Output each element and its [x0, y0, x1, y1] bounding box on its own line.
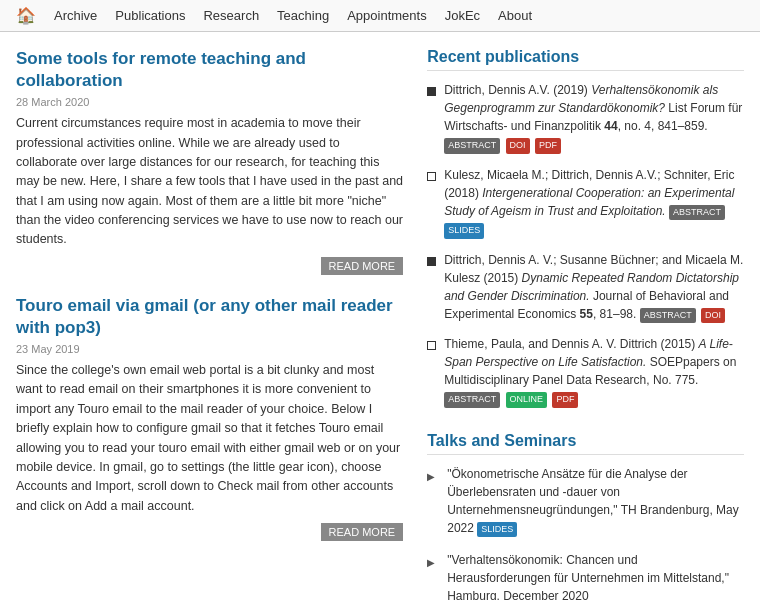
badge-doi-1[interactable]: DOI [506, 138, 530, 154]
talks-section: Talks and Seminars "Ökonometrische Ansät… [427, 432, 744, 601]
pub-4-text: Thieme, Paula, and Dennis A. V. Dittrich… [444, 335, 744, 408]
pub-3: Dittrich, Dennis A. V.; Susanne Büchner;… [427, 251, 744, 324]
recent-publications-section: Recent publications Dittrich, Dennis A.V… [427, 48, 744, 408]
talks-title: Talks and Seminars [427, 432, 744, 455]
pub-3-icon [427, 253, 436, 324]
pub-4: Thieme, Paula, and Dennis A. V. Dittrich… [427, 335, 744, 408]
pub-2-icon [427, 168, 436, 239]
post-1: Some tools for remote teaching and colla… [16, 48, 403, 273]
badge-pdf-4[interactable]: PDF [552, 392, 578, 408]
right-column: Recent publications Dittrich, Dennis A.V… [427, 48, 744, 600]
pub-1-icon [427, 83, 436, 154]
nav-teaching[interactable]: Teaching [277, 8, 329, 23]
nav-jokec[interactable]: JokEc [445, 8, 480, 23]
pub-1-text: Dittrich, Dennis A.V. (2019) Verhaltensö… [444, 81, 744, 154]
post-1-date: 28 March 2020 [16, 96, 403, 108]
nav-about[interactable]: About [498, 8, 532, 23]
pub-1: Dittrich, Dennis A.V. (2019) Verhaltensö… [427, 81, 744, 154]
post-1-read-more[interactable]: READ MORE [321, 257, 404, 275]
post-2: Touro email via gmail (or any other mail… [16, 295, 403, 539]
badge-online-4[interactable]: ONLINE [506, 392, 548, 408]
nav-research[interactable]: Research [203, 8, 259, 23]
post-2-title: Touro email via gmail (or any other mail… [16, 295, 403, 339]
talk-2-icon [427, 553, 439, 600]
talk-1: "Ökonometrische Ansätze für die Analyse … [427, 465, 744, 538]
nav-home-link[interactable]: 🏠 [16, 6, 36, 25]
pub-2-text: Kulesz, Micaela M.; Dittrich, Dennis A.V… [444, 166, 744, 239]
post-2-body: Since the college's own email web portal… [16, 361, 403, 516]
talk-2: "Verhaltensökonomik: Chancen und Herausf… [427, 551, 744, 600]
badge-abstract-2[interactable]: ABSTRACT [669, 205, 725, 221]
badge-abstract-3[interactable]: ABSTRACT [640, 308, 696, 324]
talk-1-text: "Ökonometrische Ansätze für die Analyse … [447, 465, 744, 538]
badge-slides-2[interactable]: SLIDES [444, 223, 484, 239]
nav-archive[interactable]: Archive [54, 8, 97, 23]
badge-abstract-4[interactable]: ABSTRACT [444, 392, 500, 408]
posts-column: Some tools for remote teaching and colla… [16, 48, 403, 600]
talk-2-text: "Verhaltensökonomik: Chancen und Herausf… [447, 551, 744, 600]
pub-4-icon [427, 337, 436, 408]
post-1-title: Some tools for remote teaching and colla… [16, 48, 403, 92]
nav-appointments[interactable]: Appointments [347, 8, 427, 23]
publications-title: Recent publications [427, 48, 744, 71]
nav-publications[interactable]: Publications [115, 8, 185, 23]
pub-3-text: Dittrich, Dennis A. V.; Susanne Büchner;… [444, 251, 744, 324]
badge-slides-talk1[interactable]: SLIDES [477, 522, 517, 538]
badge-doi-3[interactable]: DOI [701, 308, 725, 324]
badge-pdf-1[interactable]: PDF [535, 138, 561, 154]
badge-abstract-1[interactable]: ABSTRACT [444, 138, 500, 154]
post-1-body: Current circumstances require most in ac… [16, 114, 403, 250]
post-2-read-more[interactable]: READ MORE [321, 523, 404, 541]
navbar: 🏠 Archive Publications Research Teaching… [0, 0, 760, 32]
post-2-date: 23 May 2019 [16, 343, 403, 355]
talk-1-icon [427, 467, 439, 538]
main-content: Some tools for remote teaching and colla… [0, 32, 760, 600]
pub-2: Kulesz, Micaela M.; Dittrich, Dennis A.V… [427, 166, 744, 239]
